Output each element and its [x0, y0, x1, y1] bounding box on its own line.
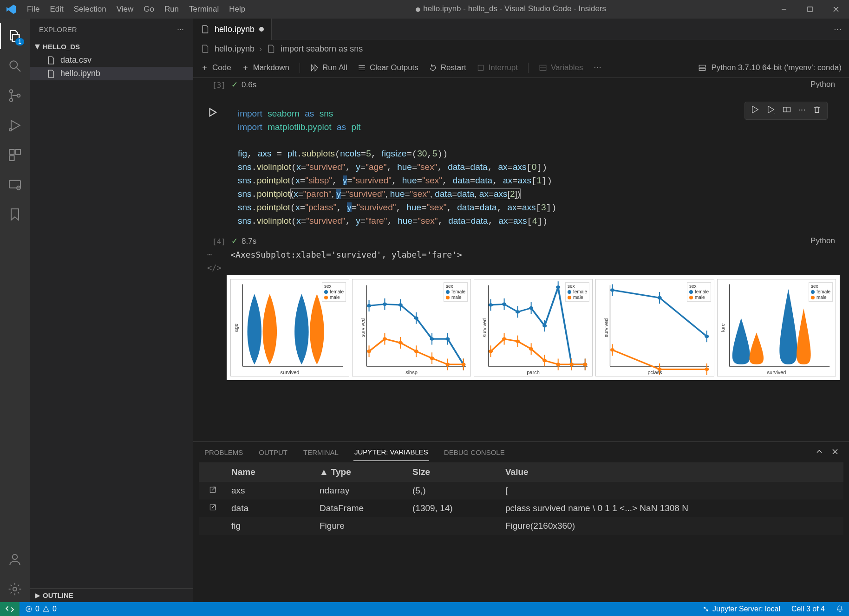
- bottom-panel: PROBLEMS OUTPUT TERMINAL JUPYTER: VARIAB…: [193, 441, 849, 602]
- panel-tab-output[interactable]: OUTPUT: [258, 444, 288, 461]
- menu-view[interactable]: View: [112, 2, 138, 17]
- panel-maximize-icon[interactable]: [816, 448, 823, 457]
- breadcrumb-sep-icon: ›: [259, 44, 262, 54]
- panel-close-icon[interactable]: [831, 448, 839, 457]
- breadcrumbs[interactable]: hello.ipynb › import seaborn as sns: [193, 40, 849, 58]
- variable-row[interactable]: axsndarray(5,)[: [199, 482, 843, 499]
- svg-rect-8: [9, 156, 14, 161]
- variables-button[interactable]: Variables: [539, 63, 583, 72]
- title-bar: File Edit Selection View Go Run Terminal…: [0, 0, 849, 19]
- svg-rect-16: [699, 68, 706, 71]
- panel-tabs: PROBLEMS OUTPUT TERMINAL JUPYTER: VARIAB…: [193, 442, 849, 462]
- vscode-logo-icon: [6, 4, 17, 15]
- minimize-button[interactable]: [771, 0, 797, 19]
- status-notifications[interactable]: [830, 605, 849, 612]
- status-cell-position[interactable]: Cell 3 of 4: [786, 605, 830, 613]
- panel-tab-jupyter-variables[interactable]: JUPYTER: VARIABLES: [353, 443, 429, 461]
- cell-language[interactable]: Python: [810, 236, 840, 246]
- col-type[interactable]: ▲Type: [315, 467, 408, 477]
- status-jupyter-server[interactable]: Jupyter Server: local: [697, 605, 786, 613]
- menu-bar: File Edit Selection View Go Run Terminal…: [22, 2, 250, 17]
- maximize-button[interactable]: [797, 0, 823, 19]
- explorer-badge: 1: [15, 38, 24, 45]
- exec-count: [3]: [201, 80, 226, 90]
- success-icon: ✓: [231, 236, 238, 246]
- code-cell[interactable]: import seaborn as sns import matplotlib.…: [227, 104, 840, 232]
- menu-terminal[interactable]: Terminal: [184, 2, 223, 17]
- activity-settings[interactable]: [0, 576, 30, 602]
- split-cell-icon[interactable]: [782, 105, 791, 117]
- variable-row[interactable]: dataDataFrame(1309, 14)pclass survived n…: [199, 499, 843, 517]
- notebook-toolbar: ＋Code ＋Markdown Run All Clear Outputs Re…: [193, 58, 849, 78]
- run-cell-button[interactable]: [207, 107, 217, 120]
- svg-rect-15: [699, 65, 706, 67]
- file-hello-ipynb[interactable]: hello.ipynb: [30, 67, 193, 80]
- file-icon: [46, 69, 56, 78]
- add-code-button[interactable]: ＋Code: [201, 62, 231, 73]
- side-bar: EXPLORER ⋯ ▶ HELLO_DS data.csvhello.ipyn…: [30, 19, 193, 602]
- file-icon: [46, 56, 56, 65]
- output-code-icon[interactable]: </>: [193, 263, 849, 272]
- outline-section[interactable]: ▶ OUTLINE: [30, 589, 193, 602]
- menu-run[interactable]: Run: [160, 2, 183, 17]
- dirty-dot-icon: [259, 27, 264, 32]
- kernel-picker[interactable]: Python 3.7.10 64-bit ('myenv': conda): [711, 63, 842, 72]
- activity-source-control[interactable]: [0, 83, 30, 109]
- cell-more-icon[interactable]: ⋯: [798, 105, 806, 117]
- activity-accounts[interactable]: [0, 546, 30, 572]
- panel-tab-debug-console[interactable]: DEBUG CONSOLE: [443, 444, 506, 461]
- editor-area: hello.ipynb ⋯ hello.ipynb › import seabo…: [193, 19, 849, 602]
- add-markdown-button[interactable]: ＋Markdown: [242, 62, 289, 73]
- panel-tab-problems[interactable]: PROBLEMS: [203, 444, 244, 461]
- editor-tab-hello[interactable]: hello.ipynb: [193, 19, 272, 40]
- toolbar-more-icon[interactable]: ⋯: [594, 63, 601, 72]
- clear-outputs-button[interactable]: Clear Outputs: [358, 63, 418, 72]
- file-data-csv[interactable]: data.csv: [30, 53, 193, 67]
- remote-button[interactable]: [0, 602, 20, 616]
- window-title: ● hello.ipynb - hello_ds - Visual Studio…: [250, 3, 771, 15]
- output-collapse-icon[interactable]: …: [193, 248, 212, 263]
- text-output: <AxesSubplot:xlabel='survived', ylabel='…: [212, 248, 462, 263]
- popout-icon[interactable]: [209, 486, 217, 496]
- activity-search[interactable]: [0, 53, 30, 79]
- notebook-body[interactable]: [3] ✓ 0.6s Python ⋯ import seaborn as sn…: [193, 78, 849, 441]
- close-button[interactable]: [823, 0, 849, 19]
- menu-help[interactable]: Help: [224, 2, 250, 17]
- svg-point-4: [17, 94, 20, 97]
- more-icon[interactable]: ⋯: [177, 25, 184, 33]
- variable-row[interactable]: figFigureFigure(2160x360): [199, 517, 843, 535]
- menu-go[interactable]: Go: [139, 2, 159, 17]
- exec-count: [4]: [201, 236, 226, 246]
- svg-rect-6: [9, 149, 14, 155]
- clear-icon: [358, 64, 366, 72]
- interrupt-button[interactable]: Interrupt: [477, 63, 518, 72]
- server-icon: [698, 64, 706, 72]
- run-by-line-icon[interactable]: [766, 105, 776, 117]
- activity-extensions[interactable]: [0, 142, 30, 168]
- restart-button[interactable]: Restart: [429, 63, 466, 72]
- cell-language[interactable]: Python: [810, 80, 840, 90]
- activity-explorer[interactable]: 1: [0, 23, 30, 49]
- tab-more-icon[interactable]: ⋯: [834, 25, 842, 34]
- menu-file[interactable]: File: [22, 2, 44, 17]
- col-value[interactable]: Value: [501, 467, 843, 477]
- activity-remote-explorer[interactable]: [0, 172, 30, 198]
- file-icon: [201, 44, 210, 53]
- activity-run-debug[interactable]: [0, 112, 30, 138]
- editor-tabs: hello.ipynb ⋯: [193, 19, 849, 40]
- col-size[interactable]: Size: [408, 467, 501, 477]
- run-cell-icon[interactable]: [751, 105, 760, 117]
- popout-icon[interactable]: [209, 503, 217, 514]
- run-all-icon: [310, 64, 319, 72]
- menu-edit[interactable]: Edit: [45, 2, 68, 17]
- status-problems[interactable]: 0 0: [20, 602, 62, 616]
- activity-bookmark[interactable]: [0, 201, 30, 227]
- folder-root[interactable]: ▶ HELLO_DS: [30, 40, 193, 53]
- panel-tab-terminal[interactable]: TERMINAL: [302, 444, 340, 461]
- menu-selection[interactable]: Selection: [69, 2, 111, 17]
- plot-point-parch: sexfemalemale survived parch: [474, 279, 593, 376]
- delete-cell-icon[interactable]: [812, 105, 822, 117]
- col-name[interactable]: Name: [227, 467, 315, 477]
- run-all-button[interactable]: Run All: [310, 63, 347, 72]
- svg-point-2: [10, 90, 13, 93]
